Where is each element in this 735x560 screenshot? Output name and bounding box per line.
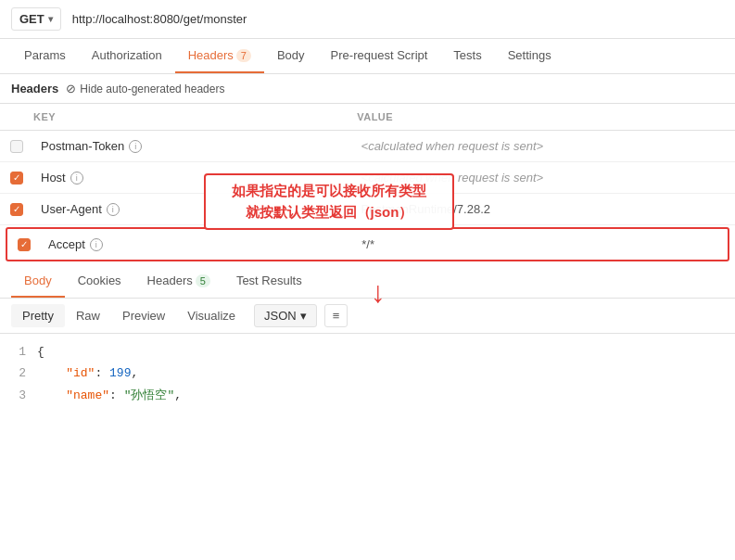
- header-row-accept: Accept i */*: [7, 229, 728, 260]
- value-user-agent: PostmanRuntime/7.28.2: [354, 196, 735, 223]
- value-id: 199: [109, 366, 131, 380]
- json-format-select[interactable]: JSON ▾: [254, 304, 317, 327]
- response-tab-test-results[interactable]: Test Results: [223, 265, 315, 298]
- wrap-button[interactable]: ≡: [324, 304, 348, 327]
- response-tabs: Body Cookies Headers5 Test Results: [0, 265, 735, 299]
- format-visualize[interactable]: Visualize: [176, 304, 247, 327]
- tab-headers[interactable]: Headers7: [175, 39, 264, 73]
- app-container: GET ▾ Params Authorization Headers7 Body…: [0, 0, 735, 414]
- method-label: GET: [19, 12, 44, 26]
- chevron-down-icon: ▾: [48, 14, 53, 24]
- code-content: { "id": 199, "name": "孙悟空",: [37, 341, 735, 406]
- checkbox-cell-1[interactable]: [0, 140, 33, 153]
- line-num-1: 1: [0, 341, 26, 363]
- response-tab-body[interactable]: Body: [11, 265, 65, 298]
- col-value-header: VALUE: [349, 108, 735, 125]
- format-pretty[interactable]: Pretty: [11, 304, 65, 327]
- eye-icon: ⊘: [66, 82, 76, 95]
- tab-authorization[interactable]: Authorization: [79, 39, 175, 73]
- response-tab-headers[interactable]: Headers5: [134, 265, 223, 298]
- checkbox-user-agent[interactable]: [10, 203, 23, 216]
- hide-headers-button[interactable]: ⊘ Hide auto-generated headers: [66, 82, 224, 95]
- info-icon-accept[interactable]: i: [90, 238, 103, 251]
- key-postman-token: Postman-Token i: [33, 133, 354, 159]
- method-select[interactable]: GET ▾: [11, 7, 61, 31]
- key-accept: Accept i: [41, 231, 354, 258]
- format-raw[interactable]: Raw: [65, 304, 111, 327]
- header-row-accept-wrapper: Accept i */*: [6, 227, 729, 261]
- checkbox-accept[interactable]: [18, 238, 31, 251]
- key-user-agent: User-Agent i: [33, 196, 354, 223]
- code-line-1: {: [37, 341, 735, 363]
- response-tab-cookies[interactable]: Cookies: [65, 265, 134, 298]
- checkbox-host[interactable]: [10, 172, 23, 185]
- info-icon-user-agent[interactable]: i: [107, 203, 120, 216]
- headers-col-headers: KEY VALUE: [0, 104, 735, 131]
- checkbox-cell-2[interactable]: [0, 172, 33, 185]
- checkbox-cell-3[interactable]: [0, 203, 33, 216]
- request-tabs: Params Authorization Headers7 Body Pre-r…: [0, 39, 735, 74]
- code-area: 1 2 3 { "id": 199, "name": "孙悟空",: [0, 334, 735, 414]
- response-toolbar: Pretty Raw Preview Visualize JSON ▾ ≡: [0, 299, 735, 334]
- key-id: "id": [66, 366, 95, 380]
- checkbox-postman-token[interactable]: [10, 140, 23, 153]
- json-format-label: JSON: [264, 309, 297, 323]
- value-host: <calculated when request is sent>: [354, 164, 735, 191]
- wrap-icon: ≡: [333, 309, 340, 323]
- url-bar: GET ▾: [0, 0, 735, 39]
- value-accept: */*: [354, 231, 728, 258]
- tab-params[interactable]: Params: [11, 39, 79, 73]
- chevron-down-icon-json: ▾: [300, 309, 307, 323]
- col-key-header: KEY: [0, 108, 349, 125]
- code-line-3: "name": "孙悟空",: [37, 385, 735, 406]
- code-line-2: "id": 199,: [37, 363, 735, 384]
- line-num-2: 2: [0, 363, 26, 384]
- headers-title: Headers: [11, 82, 58, 95]
- key-host: Host i: [33, 164, 354, 191]
- key-name: "name": [66, 388, 109, 402]
- header-row-user-agent: User-Agent i PostmanRuntime/7.28.2: [0, 194, 735, 225]
- tab-settings[interactable]: Settings: [495, 39, 564, 73]
- info-icon-host[interactable]: i: [70, 172, 83, 185]
- header-row-postman-token: Postman-Token i <calculated when request…: [0, 131, 735, 162]
- line-numbers: 1 2 3: [0, 341, 37, 406]
- tab-tests[interactable]: Tests: [440, 39, 494, 73]
- header-row-host: Host i <calculated when request is sent>: [0, 162, 735, 194]
- url-input[interactable]: [69, 8, 724, 30]
- tab-body[interactable]: Body: [264, 39, 318, 73]
- headers-section: KEY VALUE Postman-Token i <calculated wh…: [0, 104, 735, 261]
- opening-brace: {: [37, 345, 44, 359]
- headers-sub-header: Headers ⊘ Hide auto-generated headers: [0, 74, 735, 104]
- info-icon-postman-token[interactable]: i: [129, 140, 142, 153]
- checkbox-cell-4[interactable]: [7, 238, 41, 251]
- value-postman-token: <calculated when request is sent>: [354, 133, 735, 159]
- format-preview[interactable]: Preview: [111, 304, 176, 327]
- line-num-3: 3: [0, 385, 26, 406]
- hide-headers-label: Hide auto-generated headers: [80, 83, 224, 95]
- value-name: "孙悟空": [124, 388, 175, 402]
- tab-prerequest[interactable]: Pre-request Script: [318, 39, 441, 73]
